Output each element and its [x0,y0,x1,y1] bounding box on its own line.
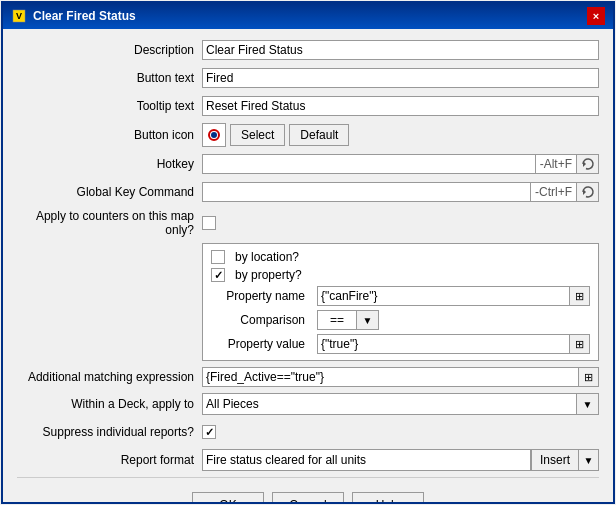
property-value-row: Property value ⊞ [211,334,590,354]
global-key-controls: -Ctrl+F [202,182,599,202]
tooltip-row: Tooltip text [17,95,599,117]
description-label: Description [17,43,202,57]
title-bar-left: V Clear Fired Status [11,8,136,24]
global-key-row: Global Key Command -Ctrl+F [17,181,599,203]
deck-select-group: All Pieces ▼ [202,393,599,415]
svg-marker-2 [583,161,586,167]
preselect-box: by location? by property? Property name … [202,243,599,361]
help-button[interactable]: Help [352,492,424,502]
hotkey-row: Hotkey -Alt+F [17,153,599,175]
button-icon-row: Button icon Select Default [17,123,599,147]
suppress-row: Suppress individual reports? [17,421,599,443]
property-value-label: Property value [211,337,311,351]
svg-marker-3 [583,189,586,195]
property-name-group: ⊞ [317,286,590,306]
insert-dropdown-button[interactable]: ▼ [579,449,599,471]
deck-dropdown-button[interactable]: ▼ [577,393,599,415]
button-text-label: Button text [17,71,202,85]
hotkey-reset-button[interactable] [577,154,599,174]
map-only-row: Apply to counters on this map only? [17,209,599,237]
report-format-input[interactable] [202,449,531,471]
separator [17,477,599,478]
property-value-calc-button[interactable]: ⊞ [570,334,590,354]
by-property-checkbox[interactable] [211,268,225,282]
dialog-title: Clear Fired Status [33,9,136,23]
cancel-button[interactable]: Cancel [272,492,344,502]
property-name-label: Property name [211,289,311,303]
close-button[interactable]: × [587,7,605,25]
comparison-row: Comparison ▼ [211,310,590,330]
global-key-suffix: -Ctrl+F [531,182,577,202]
app-icon: V [11,8,27,24]
additional-row: Additional matching expression ⊞ [17,367,599,387]
comparison-dropdown[interactable]: ▼ [357,310,379,330]
select-button[interactable]: Select [230,124,285,146]
suppress-label: Suppress individual reports? [17,425,202,439]
default-button[interactable]: Default [289,124,349,146]
by-location-row: by location? [211,250,590,264]
additional-calc-button[interactable]: ⊞ [579,367,599,387]
property-value-input[interactable] [317,334,570,354]
comparison-input[interactable] [317,310,357,330]
button-row: OK Cancel Help [17,484,599,502]
description-input[interactable] [202,40,599,60]
property-name-row: Property name ⊞ [211,286,590,306]
svg-text:V: V [16,11,22,21]
description-row: Description [17,39,599,61]
deck-select[interactable]: All Pieces [202,393,577,415]
dialog-content: Description Button text Tooltip text But… [3,29,613,502]
additional-group: ⊞ [202,367,599,387]
property-name-input[interactable] [317,286,570,306]
map-only-label: Apply to counters on this map only? [17,209,202,237]
by-location-checkbox[interactable] [211,250,225,264]
hotkey-suffix: -Alt+F [536,154,577,174]
global-key-reset-button[interactable] [577,182,599,202]
comparison-group: ▼ [317,310,379,330]
radio-icon [208,129,220,141]
ok-button[interactable]: OK [192,492,264,502]
global-key-label: Global Key Command [17,185,202,199]
comparison-label: Comparison [211,313,311,327]
button-icon-label: Button icon [17,128,202,142]
property-value-group: ⊞ [317,334,590,354]
by-property-row: by property? [211,268,590,282]
report-format-row: Report format Insert ▼ [17,449,599,471]
radio-center [211,132,217,138]
icon-preview [202,123,226,147]
hotkey-input[interactable] [202,154,536,174]
by-location-label: by location? [235,250,299,264]
button-text-input[interactable] [202,68,599,88]
insert-group: Insert ▼ [531,449,599,471]
report-format-group: Insert ▼ [202,449,599,471]
suppress-checkbox[interactable] [202,425,216,439]
within-deck-row: Within a Deck, apply to All Pieces ▼ [17,393,599,415]
additional-label: Additional matching expression [17,370,202,384]
button-text-row: Button text [17,67,599,89]
title-bar: V Clear Fired Status × [3,3,613,29]
icon-controls: Select Default [202,123,349,147]
tooltip-input[interactable] [202,96,599,116]
report-format-label: Report format [17,453,202,467]
additional-input[interactable] [202,367,579,387]
hotkey-label: Hotkey [17,157,202,171]
hotkey-controls: -Alt+F [202,154,599,174]
tooltip-label: Tooltip text [17,99,202,113]
insert-button[interactable]: Insert [531,449,579,471]
global-key-input[interactable] [202,182,531,202]
by-property-label: by property? [235,268,302,282]
property-name-calc-button[interactable]: ⊞ [570,286,590,306]
dialog: V Clear Fired Status × Description Butto… [1,1,615,504]
within-deck-label: Within a Deck, apply to [17,397,202,411]
map-only-checkbox[interactable] [202,216,216,230]
